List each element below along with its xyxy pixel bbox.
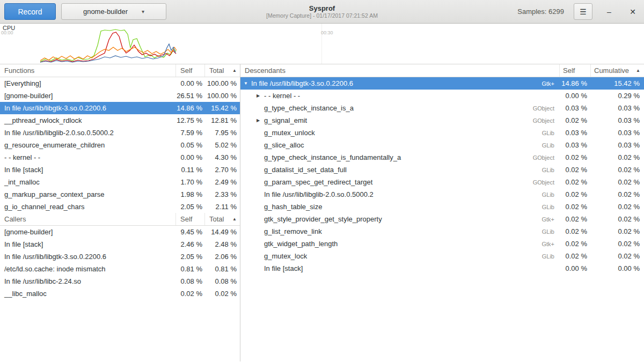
self-percent: 0.02 % [175,290,204,298]
self-percent: 0.00 % [175,153,204,161]
table-row[interactable]: g_datalist_id_set_data_full GLib 0.02 % … [240,164,644,176]
function-name: g_io_channel_read_chars [0,203,175,211]
functions-total-column-label: Total [209,67,224,75]
self-percent: 0.08 % [175,277,204,285]
self-percent: 0.00 % [559,264,590,272]
cumulative-percent: 15.42 % [590,79,644,87]
functions-self-column-header[interactable]: Self [175,64,204,77]
total-percent: 12.81 % [204,116,240,124]
self-percent: 0.02 % [559,166,590,174]
sort-indicator-icon: ▲ [636,68,640,73]
table-row[interactable]: In file /usr/lib/libglib-2.0.so.0.5000.2… [240,188,644,201]
table-row[interactable]: In file /usr/lib/libglib-2.0.so.0.5000.2… [0,127,240,139]
expander-icon[interactable]: ▶ [257,93,264,98]
total-percent: 15.42 % [204,104,240,112]
record-button[interactable]: Record [4,3,56,20]
function-name: gtk_style_provider_get_style_property [264,215,541,223]
table-row[interactable]: __pthread_rwlock_rdlock 12.75 % 12.81 % [0,114,240,127]
self-percent: 0.02 % [559,252,590,260]
callers-total-column-header[interactable]: Total ▲ [204,213,240,225]
library-badge: GLib [542,253,554,260]
table-row[interactable]: [Everything] 0.00 % 100.00 % [0,77,240,90]
library-badge: GLib [542,130,554,136]
chevron-down-icon: ▾ [142,9,144,14]
table-row[interactable]: g_list_remove_link GLib 0.02 % 0.02 % [240,225,644,238]
header-bar: Record gnome-builder ▾ Sysprof [Memory C… [0,0,644,24]
close-icon: ✕ [630,8,636,16]
self-percent: 0.02 % [559,153,590,161]
function-name: g_hash_table_size [264,203,542,211]
process-selector-dropdown[interactable]: gnome-builder ▾ [61,3,166,20]
table-row[interactable]: gtk_style_provider_get_style_property Gt… [240,213,644,225]
table-row[interactable]: g_type_check_instance_is_a GObject 0.03 … [240,102,644,114]
table-row[interactable]: g_resource_enumerate_children 0.05 % 5.0… [0,139,240,151]
table-row[interactable]: - - kernel - - 0.00 % 4.30 % [0,151,240,164]
function-name: g_slice_alloc [264,141,542,149]
table-row[interactable]: g_hash_table_size GLib 0.02 % 0.02 % [240,201,644,213]
callers-self-column-header[interactable]: Self [175,213,204,225]
minimize-button[interactable]: – [602,5,616,19]
self-percent: 0.00 % [559,92,590,100]
table-row[interactable]: g_mutex_lock GLib 0.02 % 0.02 % [240,250,644,262]
functions-column-header[interactable]: Functions [0,67,175,75]
expander-icon[interactable]: ▶ [257,118,264,123]
table-row[interactable]: In file [stack] 0.00 % 0.00 % [240,262,644,275]
window-subtitle: [Memory Capture] - 01/17/2017 07:21:52 A… [266,12,378,19]
timeline-mid-label: 00:30 [321,30,333,35]
left-pane: Functions Self Total ▲ [Everything] 0.00… [0,64,240,361]
cumulative-percent: 0.02 % [590,166,644,174]
sort-indicator-icon: ▲ [232,217,237,221]
total-percent: 0.02 % [204,290,240,298]
table-row[interactable]: /etc/ld.so.cache: inode mismatch 0.81 % … [0,263,240,275]
table-row[interactable]: gtk_widget_path_length Gtk+ 0.02 % 0.02 … [240,238,644,250]
callers-total-column-label: Total [209,215,224,223]
total-percent: 100.00 % [204,79,240,87]
table-row[interactable]: g_io_channel_read_chars 2.05 % 2.11 % [0,201,240,213]
cpu-graph-strip[interactable]: CPU 00:00 00:30 [0,24,644,64]
descendants-self-column-header[interactable]: Self [559,64,590,77]
function-name: g_mutex_lock [264,252,542,260]
function-name: In file [stack] [264,264,554,272]
library-badge: Gtk+ [541,216,554,223]
functions-total-column-header[interactable]: Total ▲ [204,64,240,77]
self-percent: 0.81 % [175,265,204,273]
expander-icon[interactable]: ▼ [244,81,251,86]
timeline-start-label: 00:00 [1,30,13,35]
cumulative-percent: 0.02 % [590,252,644,260]
table-row[interactable]: ▶ g_signal_emit GObject 0.02 % 0.03 % [240,114,644,127]
callers-column-header[interactable]: Callers [0,215,175,223]
table-row[interactable]: In file /usr/lib/libgtk-3.so.0.2200.6 2.… [0,250,240,263]
descendants-cumulative-column-header[interactable]: Cumulative ▲ [590,64,644,77]
total-percent: 0.08 % [204,277,240,285]
total-percent: 2.06 % [204,253,240,261]
self-percent: 7.59 % [175,129,204,137]
table-row[interactable]: g_type_check_instance_is_fundamentally_a… [240,151,644,164]
table-row[interactable]: __libc_malloc 0.02 % 0.02 % [0,287,240,300]
close-button[interactable]: ✕ [626,5,640,19]
table-row[interactable]: [gnome-builder] 26.51 % 100.00 % [0,90,240,102]
table-row[interactable]: g_slice_alloc GLib 0.03 % 0.03 % [240,139,644,151]
descendants-column-header[interactable]: Descendants [240,67,559,75]
table-row[interactable]: In file [stack] 0.11 % 2.70 % [0,164,240,176]
self-percent: 0.02 % [559,190,590,198]
table-row[interactable]: g_mutex_unlock GLib 0.03 % 0.03 % [240,127,644,139]
total-percent: 14.49 % [204,228,240,236]
table-row[interactable]: g_markup_parse_context_parse 1.98 % 2.33… [0,188,240,201]
table-row[interactable]: ▶ - - kernel - - 0.00 % 0.29 % [240,90,644,102]
table-row[interactable]: ▼ In file /usr/lib/libgtk-3.so.0.2200.6 … [240,77,644,90]
table-row[interactable]: In file [stack] 2.46 % 2.48 % [0,238,240,250]
table-row[interactable]: In file /usr/lib/libgtk-3.so.0.2200.6 14… [0,102,240,114]
self-percent: 0.02 % [559,215,590,223]
table-row[interactable]: _int_malloc 1.70 % 2.49 % [0,176,240,188]
total-percent: 100.00 % [204,92,240,100]
total-percent: 2.11 % [204,203,240,211]
total-percent: 4.30 % [204,153,240,161]
callers-rows: [gnome-builder] 9.45 % 14.49 % In file [… [0,226,240,300]
header-right-controls: Samples: 6299 ☰ – ✕ [517,3,640,20]
table-row[interactable]: In file /usr/lib/libc-2.24.so 0.08 % 0.0… [0,275,240,287]
cumulative-percent: 0.02 % [590,203,644,211]
table-row[interactable]: [gnome-builder] 9.45 % 14.49 % [0,226,240,238]
menu-button[interactable]: ☰ [574,3,592,20]
table-row[interactable]: g_param_spec_get_redirect_target GObject… [240,176,644,188]
function-name: g_list_remove_link [264,227,542,235]
